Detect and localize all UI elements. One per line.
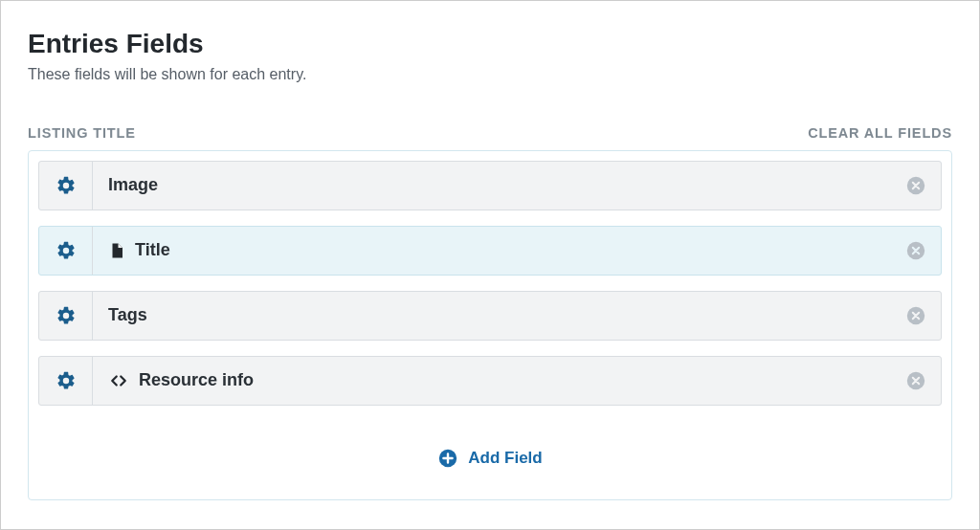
toolbar: LISTING TITLE CLEAR ALL FIELDS <box>28 125 952 141</box>
add-field-label: Add Field <box>468 449 542 468</box>
field-body: Title <box>93 227 891 275</box>
plus-circle-icon <box>437 448 458 469</box>
clear-all-fields-button[interactable]: CLEAR ALL FIELDS <box>808 125 952 141</box>
file-icon <box>108 240 125 261</box>
field-settings-button[interactable] <box>39 162 93 210</box>
close-icon <box>905 175 926 196</box>
gear-icon <box>56 305 77 326</box>
code-icon <box>108 372 129 389</box>
add-field-button[interactable]: Add Field <box>437 448 542 469</box>
field-body: Image <box>93 162 891 210</box>
field-row-title[interactable]: Title <box>38 226 942 276</box>
field-settings-button[interactable] <box>39 292 93 340</box>
gear-icon <box>56 240 77 261</box>
field-body: Tags <box>93 292 891 340</box>
field-settings-button[interactable] <box>39 227 93 275</box>
field-remove-button[interactable] <box>891 162 941 210</box>
field-body: Resource info <box>93 357 891 405</box>
gear-icon <box>56 175 77 196</box>
entries-fields-panel: Entries Fields These fields will be show… <box>0 0 980 530</box>
field-row-tags[interactable]: Tags <box>38 291 942 341</box>
field-row-resource-info[interactable]: Resource info <box>38 356 942 406</box>
field-remove-button[interactable] <box>891 357 941 405</box>
close-icon <box>905 370 926 391</box>
page-subtitle: These fields will be shown for each entr… <box>28 66 952 83</box>
field-label: Title <box>135 240 170 260</box>
page-title: Entries Fields <box>28 28 952 60</box>
field-remove-button[interactable] <box>891 227 941 275</box>
close-icon <box>905 305 926 326</box>
fields-list: Image Title Tags <box>28 150 952 500</box>
listing-title-label: LISTING TITLE <box>28 125 136 141</box>
field-row-image[interactable]: Image <box>38 161 942 210</box>
field-label: Resource info <box>139 370 254 390</box>
add-field-row: Add Field <box>38 421 942 475</box>
field-label: Tags <box>108 305 147 325</box>
gear-icon <box>56 370 77 391</box>
field-label: Image <box>108 175 158 195</box>
field-settings-button[interactable] <box>39 357 93 405</box>
close-icon <box>905 240 926 261</box>
field-remove-button[interactable] <box>891 292 941 340</box>
